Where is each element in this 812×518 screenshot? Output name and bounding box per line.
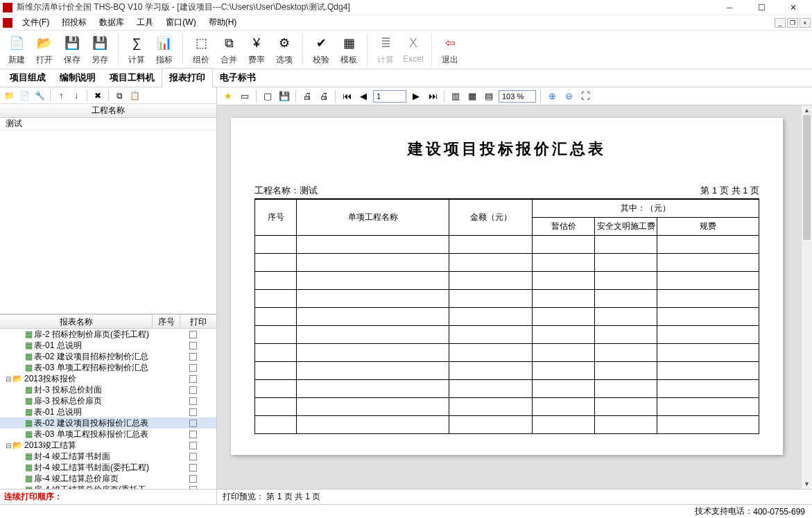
print-checkbox[interactable] (189, 353, 197, 361)
calc-button[interactable]: ∑计算 (123, 32, 150, 68)
print-icon[interactable]: 🖨 (300, 89, 314, 103)
print-checkbox[interactable] (189, 408, 197, 416)
mt-paste-icon[interactable]: 📋 (128, 89, 141, 102)
metric-button[interactable]: 📊指标 (150, 32, 178, 68)
mt-down-icon[interactable]: ↓ (70, 89, 83, 102)
fit-page-icon[interactable]: ▦ (465, 89, 479, 103)
first-page-icon[interactable]: ⏮ (340, 89, 354, 103)
print-checkbox[interactable] (189, 475, 197, 483)
print-checkbox[interactable] (189, 342, 197, 349)
mt-delete-icon[interactable]: ✖ (92, 89, 104, 102)
mdi-restore[interactable]: ❐ (787, 18, 798, 28)
tree-node[interactable]: ▦扉-4 竣工结算总价扉页 (0, 473, 216, 484)
verify-button[interactable]: ✔校验 (307, 32, 335, 68)
zoom-in-icon[interactable]: ⊕ (545, 89, 559, 103)
tab-description[interactable]: 编制说明 (53, 69, 103, 87)
next-page-icon[interactable]: ▶ (409, 89, 423, 103)
print-checkbox[interactable] (189, 420, 197, 427)
tab-composition[interactable]: 项目组成 (3, 69, 53, 87)
save2-icon[interactable]: 💾 (277, 89, 291, 103)
new-button[interactable]: 📄新建 (3, 32, 31, 68)
zoom-select[interactable]: 103 % (499, 90, 536, 103)
excel-button[interactable]: XExcel (399, 32, 427, 68)
saveas-button[interactable]: 💾另存 (86, 32, 114, 68)
print-checkbox[interactable] (189, 442, 197, 449)
tab-ebid[interactable]: 电子标书 (213, 69, 263, 87)
unitprice-button[interactable]: ⬚组价 (187, 32, 215, 68)
tree-node[interactable]: ▦封-4 竣工结算书封面 (0, 451, 216, 462)
preview-scrollbar[interactable]: ▲ ▼ (801, 105, 812, 489)
window-title: 斯维尔清单计价全国 THS-BQ V10 学习版 - [建设项目---C:\Us… (17, 1, 714, 13)
report-meta: 工程名称：测试 第 1 页 共 1 页 (254, 184, 759, 199)
save-button[interactable]: 💾保存 (58, 32, 86, 68)
maximize-button[interactable]: ☐ (745, 0, 777, 15)
tab-report-print[interactable]: 报表打印 (162, 68, 213, 87)
tree-node[interactable]: ⊟📂2013竣工结算 (0, 440, 216, 451)
menu-db[interactable]: 数据库 (94, 15, 131, 30)
fullscreen-icon[interactable]: ⛶ (578, 89, 592, 103)
mdi-minimize[interactable]: _ (775, 18, 786, 28)
mt-folder-icon[interactable]: 📁 (3, 89, 15, 102)
scroll-up-icon[interactable]: ▲ (802, 105, 812, 115)
menu-tool[interactable]: 工具 (131, 15, 160, 30)
print-checkbox[interactable] (189, 375, 197, 383)
option-button[interactable]: ⚙选项 (270, 32, 298, 68)
mt-up-icon[interactable]: ↑ (55, 89, 67, 102)
mt-doc-icon[interactable]: 📄 (18, 89, 31, 102)
menu-help[interactable]: 帮助(H) (203, 15, 244, 30)
tree-node[interactable]: ▦表-02 建设项目投标报价汇总表 (0, 417, 216, 429)
tree-node[interactable]: ▦扉-2 招标控制价扉页(委托工程) (0, 329, 216, 340)
print-checkbox[interactable] (189, 464, 197, 472)
tree-node[interactable]: ▦表-01 总说明 (0, 340, 216, 351)
sheet-icon: ▦ (25, 340, 33, 350)
proj-grid-row[interactable]: 测试 (0, 118, 216, 130)
tree-node[interactable]: ⊟📂2013投标报价 (0, 373, 216, 384)
close-button[interactable]: ✕ (777, 0, 809, 15)
report-tree[interactable]: ▦扉-2 招标控制价扉页(委托工程)▦表-01 总说明▦表-02 建设项目招标控… (0, 329, 216, 489)
tpl-button[interactable]: ▦模板 (335, 32, 363, 68)
tree-node[interactable]: ▦扉-3 投标总价扉页 (0, 395, 216, 406)
menu-file[interactable]: 文件(F) (17, 15, 56, 30)
toggle-icon[interactable]: ⊟ (4, 442, 12, 449)
minimize-button[interactable]: ─ (714, 0, 745, 15)
zoom-out-icon[interactable]: ⊖ (562, 89, 576, 103)
open-button[interactable]: 📂打开 (31, 32, 58, 68)
star-icon[interactable]: ★ (221, 89, 235, 103)
print-checkbox[interactable] (189, 386, 197, 394)
tree-node[interactable]: ▦封-4 竣工结算书封面(委托工程) (0, 462, 216, 473)
jisuan-button[interactable]: ≣计算 (372, 32, 399, 68)
scroll-thumb[interactable] (803, 115, 811, 240)
tree-node[interactable]: ▦表-03 单项工程招标控制价汇总 (0, 362, 216, 373)
prev-page-icon[interactable]: ◀ (356, 89, 370, 103)
print2-icon[interactable]: 🖨 (317, 89, 331, 103)
last-page-icon[interactable]: ⏭ (426, 89, 440, 103)
tree-node[interactable]: ▦封-3 投标总价封面 (0, 384, 216, 395)
print-checkbox[interactable] (189, 431, 197, 438)
tree-node[interactable]: ▦表-02 建设项目招标控制价汇总 (0, 351, 216, 362)
merge-button[interactable]: ⧉合并 (215, 32, 243, 68)
exit-button[interactable]: ⇦退出 (436, 32, 464, 68)
multi-page-icon[interactable]: ▤ (482, 89, 496, 103)
scroll-down-icon[interactable]: ▼ (802, 479, 812, 489)
mdi-close[interactable]: × (800, 18, 811, 28)
mt-copy-icon[interactable]: ⧉ (113, 89, 126, 102)
print-checkbox[interactable] (189, 397, 197, 405)
print-checkbox[interactable] (189, 364, 197, 372)
rate-button[interactable]: ¥费率 (243, 32, 270, 68)
book-icon[interactable]: ▭ (238, 89, 252, 103)
menu-bid[interactable]: 招投标 (56, 15, 94, 30)
fit-width-icon[interactable]: ▥ (449, 89, 463, 103)
mt-tool-icon[interactable]: 🔧 (33, 89, 46, 102)
print-checkbox[interactable] (189, 453, 197, 460)
tab-material[interactable]: 项目工料机 (103, 69, 162, 87)
tree-node[interactable]: ▦扉-4 竣工结算总价扉页(委托工 (0, 484, 216, 489)
toggle-icon[interactable]: ⊟ (4, 375, 12, 383)
print-checkbox[interactable] (189, 331, 197, 338)
page-number-input[interactable] (373, 90, 406, 103)
page-icon[interactable]: ▢ (261, 89, 275, 103)
preview-area[interactable]: 建设项目投标报价汇总表 工程名称：测试 第 1 页 共 1 页 序号 单项工程名… (217, 105, 812, 489)
menu-window[interactable]: 窗口(W) (160, 15, 202, 30)
tree-node[interactable]: ▦表-03 单项工程投标报价汇总表 (0, 429, 216, 440)
tree-label: 扉-4 竣工结算总价扉页(委托工 (34, 484, 146, 490)
tree-node[interactable]: ▦表-01 总说明 (0, 406, 216, 417)
